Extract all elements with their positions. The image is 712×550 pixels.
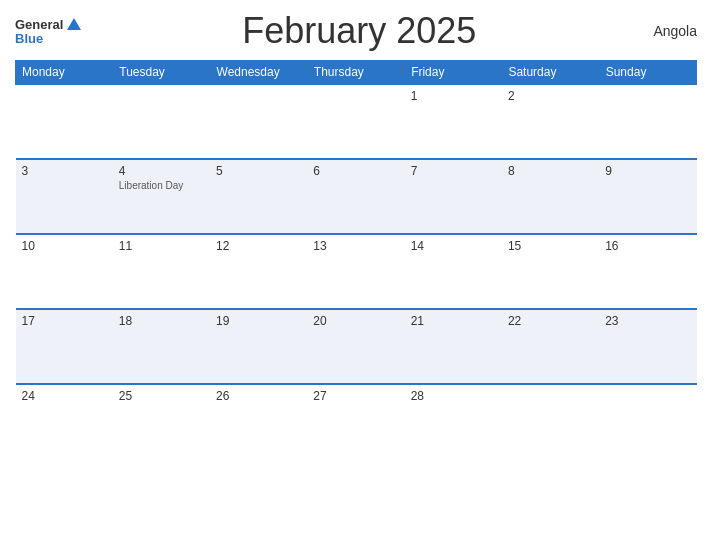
day-number: 26 xyxy=(216,389,301,403)
calendar-cell: 5 xyxy=(210,159,307,234)
calendar-cell xyxy=(502,384,599,459)
calendar-cell: 1 xyxy=(405,84,502,159)
calendar-week-1: 12 xyxy=(16,84,697,159)
col-friday: Friday xyxy=(405,61,502,85)
day-number: 19 xyxy=(216,314,301,328)
day-number: 1 xyxy=(411,89,496,103)
calendar-cell: 7 xyxy=(405,159,502,234)
calendar-cell: 25 xyxy=(113,384,210,459)
holiday-label: Liberation Day xyxy=(119,180,204,191)
logo: General Blue xyxy=(15,18,81,45)
day-number: 21 xyxy=(411,314,496,328)
day-number: 4 xyxy=(119,164,204,178)
day-number: 28 xyxy=(411,389,496,403)
calendar-cell: 6 xyxy=(307,159,404,234)
day-number: 20 xyxy=(313,314,398,328)
calendar-cell xyxy=(599,384,696,459)
calendar-cell xyxy=(113,84,210,159)
calendar-cell xyxy=(210,84,307,159)
calendar-week-2: 34Liberation Day56789 xyxy=(16,159,697,234)
calendar-cell: 18 xyxy=(113,309,210,384)
calendar-cell: 12 xyxy=(210,234,307,309)
day-number: 2 xyxy=(508,89,593,103)
calendar-cell: 24 xyxy=(16,384,113,459)
day-number: 8 xyxy=(508,164,593,178)
day-number: 23 xyxy=(605,314,690,328)
calendar-week-4: 17181920212223 xyxy=(16,309,697,384)
calendar-cell: 8 xyxy=(502,159,599,234)
day-number: 11 xyxy=(119,239,204,253)
day-number: 22 xyxy=(508,314,593,328)
day-number: 10 xyxy=(22,239,107,253)
calendar-cell: 3 xyxy=(16,159,113,234)
day-number: 16 xyxy=(605,239,690,253)
calendar-cell: 11 xyxy=(113,234,210,309)
day-number: 25 xyxy=(119,389,204,403)
col-tuesday: Tuesday xyxy=(113,61,210,85)
calendar-cell: 20 xyxy=(307,309,404,384)
calendar-cell: 27 xyxy=(307,384,404,459)
col-sunday: Sunday xyxy=(599,61,696,85)
logo-triangle-icon xyxy=(67,18,81,30)
calendar-cell xyxy=(307,84,404,159)
day-number: 5 xyxy=(216,164,301,178)
logo-general-text: General xyxy=(15,18,63,31)
calendar-cell: 14 xyxy=(405,234,502,309)
col-saturday: Saturday xyxy=(502,61,599,85)
calendar-cell: 15 xyxy=(502,234,599,309)
calendar-cell: 23 xyxy=(599,309,696,384)
day-number: 12 xyxy=(216,239,301,253)
calendar-cell: 4Liberation Day xyxy=(113,159,210,234)
calendar-cell: 26 xyxy=(210,384,307,459)
day-number: 7 xyxy=(411,164,496,178)
month-title: February 2025 xyxy=(81,10,637,52)
day-number: 14 xyxy=(411,239,496,253)
day-number: 6 xyxy=(313,164,398,178)
calendar-cell: 2 xyxy=(502,84,599,159)
calendar-cell: 10 xyxy=(16,234,113,309)
calendar-cell: 9 xyxy=(599,159,696,234)
calendar-cell: 21 xyxy=(405,309,502,384)
calendar-header: General Blue February 2025 Angola xyxy=(15,10,697,52)
logo-blue-text: Blue xyxy=(15,32,81,45)
col-wednesday: Wednesday xyxy=(210,61,307,85)
calendar-page: General Blue February 2025 Angola Monday… xyxy=(0,0,712,550)
day-number: 27 xyxy=(313,389,398,403)
calendar-cell: 22 xyxy=(502,309,599,384)
calendar-cell: 19 xyxy=(210,309,307,384)
calendar-cell: 13 xyxy=(307,234,404,309)
calendar-week-5: 2425262728 xyxy=(16,384,697,459)
calendar-cell xyxy=(599,84,696,159)
calendar-cell: 17 xyxy=(16,309,113,384)
day-number: 3 xyxy=(22,164,107,178)
calendar-cell: 16 xyxy=(599,234,696,309)
day-number: 24 xyxy=(22,389,107,403)
col-monday: Monday xyxy=(16,61,113,85)
calendar-cell xyxy=(16,84,113,159)
col-thursday: Thursday xyxy=(307,61,404,85)
calendar-week-3: 10111213141516 xyxy=(16,234,697,309)
day-number: 13 xyxy=(313,239,398,253)
day-number: 18 xyxy=(119,314,204,328)
day-number: 17 xyxy=(22,314,107,328)
calendar-cell: 28 xyxy=(405,384,502,459)
day-number: 15 xyxy=(508,239,593,253)
calendar-header-row: Monday Tuesday Wednesday Thursday Friday… xyxy=(16,61,697,85)
calendar-table: Monday Tuesday Wednesday Thursday Friday… xyxy=(15,60,697,459)
day-number: 9 xyxy=(605,164,690,178)
country-label: Angola xyxy=(637,23,697,39)
